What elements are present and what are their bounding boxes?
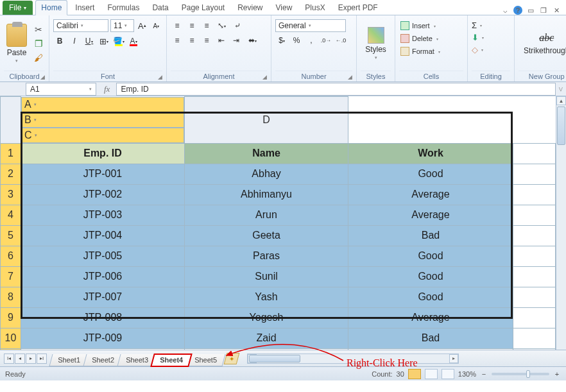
view-pagebreak-icon[interactable] [442, 369, 454, 379]
vscroll-thumb[interactable] [557, 107, 565, 145]
zoom-in-icon[interactable]: + [553, 370, 561, 378]
cell-B10[interactable]: Zaid [185, 328, 348, 348]
formula-expand-icon[interactable]: ⋁ [556, 87, 566, 92]
clear-button[interactable]: ◇▾ [472, 45, 510, 55]
cell-C8[interactable]: Good [348, 287, 513, 307]
col-header-B[interactable]: B [21, 112, 184, 128]
vertical-scrollbar[interactable]: ▲ ▼ [556, 96, 566, 361]
cell-A10[interactable]: JTP-009 [21, 328, 185, 348]
strikethrough-button[interactable]: abc Strikethrough [519, 30, 566, 58]
format-painter-icon[interactable]: 🖌 [32, 52, 45, 64]
font-size-select[interactable]: 11 [110, 19, 134, 32]
align-center-icon[interactable]: ≡ [185, 34, 198, 47]
cell-C3[interactable]: Average [348, 184, 513, 205]
fx-icon[interactable]: fx [98, 84, 116, 94]
cell-D6[interactable] [513, 246, 556, 266]
align-right-icon[interactable]: ≡ [200, 34, 213, 47]
cell-D2[interactable] [513, 164, 556, 184]
tab-insert[interactable]: Insert [70, 1, 99, 15]
cell-B4[interactable]: Arun [185, 205, 348, 225]
cell-B5[interactable]: Geeta [185, 225, 348, 246]
orientation-icon[interactable]: ⤡▾ [215, 19, 228, 32]
sheet-tab-sheet5[interactable]: Sheet5 [185, 354, 225, 366]
cell-B3[interactable]: Abhimanyu [185, 184, 348, 205]
cell-C7[interactable]: Good [348, 266, 513, 287]
cell-C2[interactable]: Good [348, 164, 513, 184]
clipboard-launcher-icon[interactable]: ◢ [40, 74, 45, 80]
col-header-A[interactable]: A [21, 97, 184, 112]
cell-C1[interactable]: Work [348, 143, 513, 164]
sheet-nav-prev-icon[interactable]: ◂ [15, 354, 25, 364]
formula-bar[interactable]: Emp. ID [116, 83, 556, 96]
alignment-launcher-icon[interactable]: ◢ [262, 74, 267, 80]
shrink-font-icon[interactable]: A▾ [150, 19, 162, 32]
scroll-up-icon[interactable]: ▲ [556, 96, 566, 105]
underline-button[interactable]: U▾ [83, 35, 96, 47]
align-middle-icon[interactable]: ≡ [185, 19, 198, 32]
window-minimize-icon[interactable]: ▭ [526, 6, 535, 15]
fill-color-button[interactable]: 🪣▾ [112, 35, 125, 47]
zoom-slider[interactable] [492, 373, 549, 375]
delete-cells-button[interactable]: Delete▾ [399, 33, 463, 44]
fill-button[interactable]: ⬇▾ [472, 33, 510, 42]
cell-C6[interactable]: Good [348, 246, 513, 266]
cell-D4[interactable] [513, 205, 556, 225]
cell-D5[interactable] [513, 225, 556, 246]
cell-C4[interactable]: Average [348, 205, 513, 225]
cell-A4[interactable]: JTP-003 [21, 205, 185, 225]
help-icon[interactable]: ? [513, 6, 522, 15]
cell-A9[interactable]: JTP-008 [21, 307, 185, 328]
increase-decimal-icon[interactable]: .0→ [320, 34, 332, 47]
view-pagelayout-icon[interactable] [425, 369, 438, 379]
autosum-button[interactable]: Σ▾ [472, 21, 510, 30]
align-bottom-icon[interactable]: ≡ [200, 19, 213, 32]
grow-font-icon[interactable]: A▴ [136, 19, 148, 32]
italic-button[interactable]: I [68, 35, 81, 47]
file-tab[interactable]: File [3, 1, 33, 15]
minimize-ribbon-icon[interactable]: ⌵ [501, 6, 510, 15]
decrease-decimal-icon[interactable]: ←.0 [334, 34, 347, 47]
number-launcher-icon[interactable]: ◢ [348, 74, 352, 80]
cell-D3[interactable] [513, 184, 556, 205]
tab-formulas[interactable]: Formulas [102, 1, 144, 15]
window-close-icon[interactable]: ✕ [552, 6, 561, 15]
col-header-C[interactable]: C [21, 128, 184, 143]
cell-A6[interactable]: JTP-005 [21, 246, 185, 266]
tab-data[interactable]: Data [147, 1, 173, 15]
row-header-4[interactable]: 4 [1, 205, 21, 225]
cell-D10[interactable] [513, 328, 556, 348]
cell-D7[interactable] [513, 266, 556, 287]
bold-button[interactable]: B [53, 35, 66, 47]
hscroll-right-icon[interactable]: ▸ [449, 354, 458, 363]
cell-B8[interactable]: Yash [185, 287, 348, 307]
col-header-D[interactable]: D [185, 97, 348, 144]
view-normal-icon[interactable] [408, 369, 421, 379]
insert-cells-button[interactable]: Insert▾ [399, 21, 463, 31]
accounting-format-icon[interactable]: $▾ [275, 34, 288, 47]
row-header-8[interactable]: 8 [1, 287, 21, 307]
tab-expertpdf[interactable]: Expert PDF [333, 1, 383, 15]
row-header-9[interactable]: 9 [1, 307, 21, 328]
cell-D9[interactable] [513, 307, 556, 328]
cell-A1[interactable]: Emp. ID [21, 143, 185, 164]
cell-B1[interactable]: Name [185, 143, 348, 164]
sheet-tab-sheet3[interactable]: Sheet3 [117, 354, 157, 366]
styles-button[interactable]: Styles ▾ [360, 24, 391, 63]
tab-review[interactable]: Review [232, 1, 268, 15]
select-all-corner[interactable] [1, 97, 21, 144]
cell-A5[interactable]: JTP-004 [21, 225, 185, 246]
align-left-icon[interactable]: ≡ [171, 34, 184, 47]
cell-B6[interactable]: Paras [185, 246, 348, 266]
cell-B9[interactable]: Yogesh [185, 307, 348, 328]
wrap-text-icon[interactable]: ⤶ [230, 19, 245, 32]
cell-C10[interactable]: Bad [348, 328, 513, 348]
hscroll-thumb[interactable] [249, 355, 300, 362]
row-header-2[interactable]: 2 [1, 164, 21, 184]
align-top-icon[interactable]: ≡ [171, 19, 184, 32]
percent-format-icon[interactable]: % [290, 34, 303, 47]
row-header-10[interactable]: 10 [1, 328, 21, 348]
font-name-select[interactable]: Calibri [53, 19, 108, 32]
cell-A2[interactable]: JTP-001 [21, 164, 185, 184]
row-header-6[interactable]: 6 [1, 246, 21, 266]
cell-A7[interactable]: JTP-006 [21, 266, 185, 287]
